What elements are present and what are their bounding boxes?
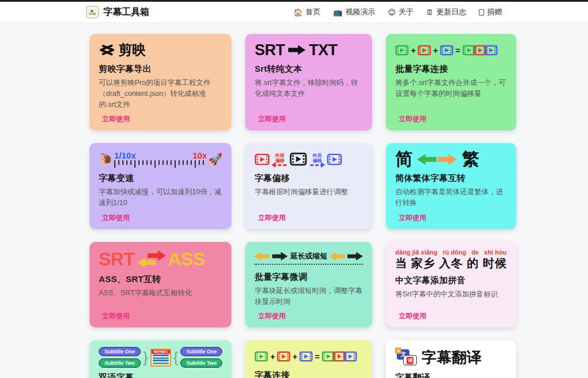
speed-ruler-icon — [114, 160, 207, 168]
card-jianying-export[interactable]: 剪映 剪映字幕导出 可以将剪映Pro的项目字幕工程文件（draft_conten… — [90, 34, 231, 130]
use-now-button[interactable]: 立即使用 — [399, 110, 426, 124]
film-blue-icon — [327, 153, 342, 165]
card-description: 字幕根据时间偏移量进行调整 — [254, 187, 363, 198]
pinyin-sample: dāng jiā xiāng rù dōng de shí hòu 当 家乡 入… — [395, 249, 506, 271]
translate-hero-text: 字幕翻译 — [421, 350, 481, 365]
card-title: 批量字幕连接 — [395, 64, 506, 75]
card-subtitle-translate[interactable]: A 文 译 字幕翻译 字幕翻译 尚未实现字幕翻译功能，正在开发中... 立即使用 — [386, 340, 516, 378]
fast-speed-label: 10x — [192, 151, 207, 160]
main-nav: 🏠 首页 📺 视频演示 😊 关于 🗓 更新日志 捐赠 — [293, 7, 502, 17]
capcut-logo-icon — [99, 44, 115, 56]
translate-icon: A 文 译 — [395, 348, 419, 367]
card-add-pinyin[interactable]: dāng jiā xiāng rù dōng de shí hòu 当 家乡 入… — [386, 242, 516, 328]
card-subtitle-join[interactable]: + + = 字幕连接 将多个.srt字幕文件合并成一个，可设置每个字幕的时间偏移… — [245, 340, 372, 378]
slow-speed-label: 1/10x — [114, 151, 136, 160]
card-subtitle-offset[interactable]: 向前 偏移 向后 偏移 字幕偏移 字幕根据时间偏移量进行调整 立即使用 — [245, 143, 372, 229]
card-description: 将Srt字幕中的中文添加拼音标识 — [395, 289, 506, 300]
use-now-button[interactable]: 立即使用 — [102, 110, 130, 124]
card-description: 字幕块延长或缩短时间，调整字幕块显示时间 — [254, 286, 363, 307]
brace-open: { — [173, 350, 179, 365]
home-icon: 🏠 — [293, 9, 303, 16]
nav-about[interactable]: 😊 关于 — [388, 7, 413, 17]
nav-changelog[interactable]: 🗓 更新日志 — [426, 7, 466, 17]
card-title: 字幕翻译 — [395, 372, 506, 378]
use-now-button[interactable]: 立即使用 — [102, 209, 130, 223]
dashed-right-arrow-icon — [310, 164, 324, 166]
donate-icon — [479, 9, 484, 16]
card-title: 双语字幕 — [99, 372, 222, 378]
card-title: 字幕偏移 — [254, 173, 363, 184]
nav-home[interactable]: 🏠 首页 — [293, 7, 320, 17]
use-now-button[interactable]: 立即使用 — [258, 209, 285, 223]
extend-shorten-icon: 延长或缩短 — [254, 251, 363, 265]
film-red-icon — [254, 153, 270, 165]
card-description: 字幕加快或减慢，可以加速到10倍，减速到1/10 — [99, 187, 222, 209]
card-ass-srt-convert[interactable]: SRT ASS ASS、SRT互转 ASS、SRT字幕格式互相转化 立即使用 — [90, 242, 231, 328]
dashed-left-arrow-icon — [273, 164, 287, 166]
card-title: ASS、SRT互转 — [99, 274, 222, 285]
joined-film-strip-icon — [462, 45, 498, 56]
subtitle-badges-left: Subtitle One Subtitle Two — [99, 347, 141, 368]
film-blue-icon — [440, 45, 454, 56]
app-header: ▶ SUB 字幕工具箱 🏠 首页 📺 视频演示 😊 关于 🗓 更新日志 — [0, 2, 588, 23]
card-subtitle-speed[interactable]: 🐌 1/10x 10x 🚀 字幕变速 字幕加快或减慢，可以加速到10倍，减速到1… — [90, 143, 231, 229]
app-logo[interactable]: ▶ SUB 字幕工具箱 — [86, 6, 149, 18]
card-title: 中文字幕添加拼音 — [395, 275, 506, 286]
card-description: 将多个.srt字幕文件合并成一个，可设置每个字幕的时间偏移量 — [395, 78, 506, 99]
film-red-icon — [417, 45, 431, 56]
card-title: 字幕连接 — [254, 370, 363, 378]
card-description: 自动检测字幕是简体还是繁体，进行转换 — [395, 187, 506, 209]
use-now-button[interactable]: 立即使用 — [399, 209, 426, 223]
nav-donate[interactable]: 捐赠 — [479, 7, 502, 17]
card-srt-to-txt[interactable]: SRT TXT Srt转纯文本 将.srt字幕文件，移除时间码，转化成纯文本文件… — [245, 34, 372, 130]
card-title: 剪映字幕导出 — [99, 64, 222, 75]
subtitle-logo-icon: ▶ SUB — [86, 6, 99, 18]
use-now-button[interactable]: 立即使用 — [399, 307, 426, 321]
offset-forward-label: 向后 偏移 — [312, 153, 322, 163]
card-title: 字幕变速 — [99, 173, 222, 184]
swap-arrows-icon — [135, 250, 168, 268]
joined-film-strip-icon — [322, 351, 357, 362]
card-title: 批量字幕微调 — [254, 272, 363, 283]
card-title: Srt转纯文本 — [254, 64, 363, 75]
card-batch-subtitle-join[interactable]: + + = 批量字幕连接 将多个.srt字幕文件合并成一个，可设置每个字幕的时间… — [386, 34, 516, 130]
card-description: 可以将剪映Pro的项目字幕工程文件（draft_content.json）转化成… — [99, 78, 222, 110]
offset-backward-label: 向前 偏移 — [275, 153, 284, 163]
rocket-icon: 🚀 — [208, 153, 222, 165]
card-description: 将.srt字幕文件，移除时间码，转化成纯文本文件 — [254, 78, 363, 99]
orange-right-arrow-icon — [438, 154, 457, 165]
film-green-icon — [254, 351, 268, 362]
film-black-icon — [289, 152, 307, 166]
brace-close: } — [143, 350, 148, 365]
card-simplified-traditional[interactable]: 简 繁 简体繁体字幕互转 自动检测字幕是简体还是繁体，进行转换 立即使用 — [386, 143, 516, 229]
use-now-button[interactable]: 立即使用 — [102, 307, 130, 321]
merged-subtitle-icon: 双语字幕CC — [150, 349, 171, 367]
app-title: 字幕工具箱 — [103, 6, 149, 18]
card-description: ASS、SRT字幕格式互相转化 — [99, 288, 222, 299]
right-arrow-icon — [288, 45, 305, 55]
film-red-icon — [277, 351, 291, 362]
smiley-icon: 😊 — [388, 9, 396, 16]
film-green-icon — [395, 45, 409, 56]
use-now-button[interactable]: 立即使用 — [258, 110, 285, 124]
card-batch-fine-tune[interactable]: 延长或缩短 批量字幕微调 字幕块延长或缩短时间，调整字幕块显示时间 立即使用 — [245, 242, 372, 328]
tool-grid: 剪映 剪映字幕导出 可以将剪映Pro的项目字幕工程文件（draft_conten… — [90, 34, 498, 378]
green-left-arrow-icon — [417, 154, 436, 165]
nav-video-demo[interactable]: 📺 视频演示 — [333, 7, 375, 17]
changelog-icon: 🗓 — [426, 9, 434, 16]
film-blue-icon — [299, 351, 313, 362]
snail-icon: 🐌 — [99, 153, 113, 165]
tv-icon: 📺 — [333, 9, 342, 16]
subtitle-badges-right: Subtitle One Subtitle Two — [180, 347, 222, 368]
use-now-button[interactable]: 立即使用 — [258, 307, 285, 321]
card-bilingual-subtitle[interactable]: Subtitle One Subtitle Two } 双语字幕CC { Sub… — [90, 340, 231, 378]
card-title: 简体繁体字幕互转 — [395, 173, 506, 184]
capcut-brand-text: 剪映 — [118, 43, 146, 57]
